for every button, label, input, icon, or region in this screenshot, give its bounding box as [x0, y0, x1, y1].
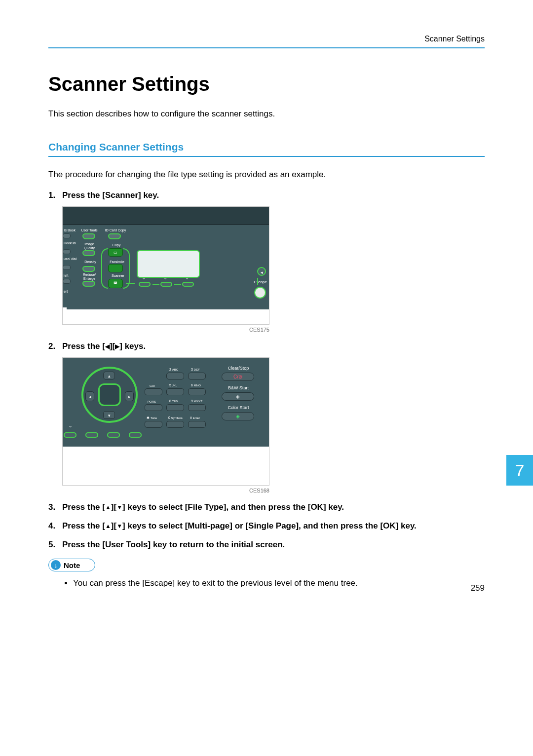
softkey-right2 — [107, 432, 120, 438]
chapter-tab: 7 — [506, 455, 533, 486]
step-4-pre: Press the [ — [62, 521, 105, 530]
intro-text: This section describes how to configure … — [48, 109, 485, 119]
step-3-mid1: ][ — [111, 502, 116, 512]
down-arrow-icon: ▼ — [116, 504, 122, 511]
direction-left-key: ◂ — [85, 391, 94, 401]
key-2-num: 2 — [169, 368, 171, 371]
btn-is-book — [63, 233, 71, 238]
note-pill: ↓ Note — [48, 559, 95, 571]
step-4: Press the [▲][▼] keys to select [Multi-p… — [62, 521, 485, 531]
step-5-text: Press the [User Tools] key to return to … — [62, 540, 285, 549]
key-7-sub: PQRS — [148, 400, 156, 403]
right-arrow-icon: ▶ — [115, 343, 119, 350]
btn-color-start: ◈ — [222, 412, 254, 420]
btn-caret-left: ◂ — [257, 267, 266, 276]
key-7 — [145, 404, 162, 411]
key-hash-sub: Enter — [193, 416, 200, 419]
note-item-1: You can press the [Escape] key to exit t… — [73, 578, 485, 588]
chevron-icon: ⌄ — [163, 275, 167, 280]
figure-2-caption: CES168 — [62, 486, 269, 493]
key-3-sub: DEF — [194, 368, 200, 371]
chevron-icon: ⌄ — [67, 422, 74, 429]
left-arrow-icon: ◀ — [105, 343, 110, 350]
key-5-num: 5 — [169, 383, 171, 387]
step-4-mid2: ] keys to select [Multi-page] or [Single… — [122, 521, 417, 530]
btn-scanner: ◚ — [108, 279, 123, 288]
key-9-sub: WXYZ — [194, 400, 202, 403]
key-0-num: 0 — [168, 416, 170, 419]
step-1-text: Press the [Scanner] key. — [62, 190, 159, 200]
step-2-pre: Press the [ — [62, 341, 105, 351]
down-arrow-icon: ▼ — [116, 523, 122, 529]
chevron-icon: ⌄ — [142, 275, 146, 280]
btn-user-tools — [82, 233, 95, 239]
label-hook-dial: Hook ial — [64, 241, 76, 245]
softkey-left — [64, 432, 76, 438]
btn-density — [82, 266, 95, 272]
section-heading: Changing Scanner Settings — [48, 141, 485, 157]
key-2-sub: ABC — [172, 368, 178, 371]
key-3-num: 3 — [191, 368, 193, 371]
label-pause-redial: use/ dial — [64, 257, 76, 261]
key-8-sub: TUV — [172, 400, 178, 403]
key-2 — [166, 373, 184, 379]
step-3: Press the [▲][▼] keys to select [File Ty… — [62, 502, 485, 512]
step-1: Press the [Scanner] key. is Book Hook ia… — [62, 190, 485, 333]
key-6-num: 6 — [191, 383, 193, 387]
label-reduce-enlarge: Reduce/ Enlarge — [78, 273, 100, 280]
btn-escape — [254, 287, 266, 299]
key-6-sub: MNO — [194, 384, 201, 387]
softkey-mid — [85, 432, 98, 438]
key-8 — [166, 404, 184, 411]
figure-1-caption: CES175 — [62, 325, 269, 333]
label-shift: hift — [64, 274, 68, 277]
btn-copy: ▭ — [108, 248, 123, 257]
direction-down-key: ▾ — [103, 411, 115, 419]
page-title: Scanner Settings — [48, 73, 485, 95]
key-4-sub: GHI — [150, 384, 155, 387]
softkey-3 — [182, 282, 194, 287]
lcd-screen — [137, 250, 200, 278]
btn-image-quality — [82, 250, 95, 256]
btn-reduce-enlarge — [82, 281, 95, 287]
section-intro: The procedure for changing the file type… — [48, 170, 485, 180]
key-3 — [188, 373, 206, 379]
step-2-mid: ][ — [110, 341, 115, 351]
label-density: Density — [80, 260, 100, 264]
step-2: Press the [◀][▶] keys. ⌄ ▴ — [62, 341, 485, 493]
label-image-quality: Image Quality — [79, 242, 99, 250]
key-9 — [188, 404, 206, 411]
btn-bw-start: ◈ — [222, 392, 254, 401]
key-5 — [166, 388, 184, 395]
key-0 — [166, 421, 184, 428]
key-9-num: 9 — [191, 399, 193, 403]
softkey-right3 — [129, 432, 142, 438]
key-5-sub: JKL — [172, 384, 177, 387]
key-0-sub: Symbols — [171, 416, 183, 419]
up-arrow-icon: ▲ — [105, 504, 111, 511]
label-escape: Escape — [254, 280, 267, 284]
step-5: Press the [User Tools] key to return to … — [62, 540, 485, 550]
page-number: 259 — [471, 583, 485, 593]
softkey-1 — [139, 282, 151, 287]
btn-shift — [63, 279, 71, 284]
key-hash-num: # — [190, 416, 192, 419]
direction-right-key: ▸ — [125, 391, 134, 401]
btn-hook-dial — [63, 249, 71, 254]
btn-id-card-copy — [108, 233, 121, 239]
up-arrow-icon: ▲ — [105, 523, 111, 529]
step-4-mid1: ][ — [111, 521, 116, 530]
step-3-pre: Press the [ — [62, 502, 105, 512]
softkey-2 — [160, 282, 172, 287]
label-user-tools: User Tools — [79, 228, 99, 232]
ok-key-core — [98, 383, 121, 406]
note-down-arrow-icon: ↓ — [51, 560, 61, 570]
step-3-mid2: ] keys to select [File Type], and then p… — [122, 502, 344, 512]
figure-1-scanner-panel: is Book Hook ial use/ dial hift ert User… — [62, 206, 269, 325]
label-color-start: Color Start — [221, 405, 256, 410]
figure-2-direction-panel: ⌄ ▴ ▾ ◂ ▸ 2 ABC — [62, 357, 269, 486]
key-6 — [188, 388, 206, 395]
label-bw-start: B&W Start — [221, 385, 256, 390]
key-8-num: 8 — [169, 399, 171, 403]
label-is-book: is Book — [64, 228, 76, 232]
